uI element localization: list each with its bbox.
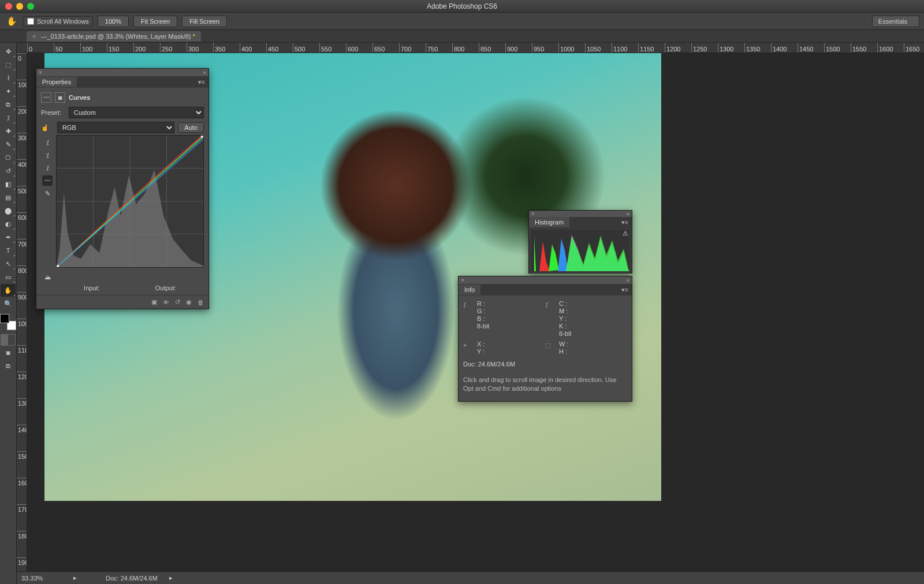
document-tab-title: ---_0133-article.psd @ 33.3% (Whites, La… bbox=[41, 33, 191, 40]
properties-panel[interactable]: ×« Properties▾≡ 〰 ◙ Curves Preset: Custo… bbox=[36, 68, 209, 309]
toolbox: ✥ ⬚ ⌇ ✦ ⧉ ⁒ ✚ ✎ ⎔ ↺ ◧ ▤ ⬤ ◐ ✒ T ↖ ▭ ✋ 🔍 … bbox=[0, 43, 17, 584]
shape-tool[interactable]: ▭ bbox=[1, 271, 16, 283]
fill-screen-button[interactable]: Fill Screen bbox=[182, 16, 227, 27]
document-tab-bar: × ---_0133-article.psd @ 33.3% (Whites, … bbox=[0, 30, 924, 43]
gradient-tool[interactable]: ▤ bbox=[1, 191, 16, 204]
eraser-tool[interactable]: ◧ bbox=[1, 178, 16, 190]
crop-tool[interactable]: ⧉ bbox=[1, 98, 16, 111]
eyedropper-icon: ⁒ bbox=[545, 300, 556, 337]
svg-rect-8 bbox=[57, 265, 59, 267]
close-panel-icon[interactable]: × bbox=[461, 277, 464, 283]
doc-size-status: Doc: 24.6M/24.6M bbox=[106, 575, 158, 582]
panel-menu-icon[interactable]: ▾≡ bbox=[621, 286, 632, 294]
foreground-background-swatch[interactable] bbox=[0, 314, 16, 330]
info-c-label: C : bbox=[559, 300, 571, 307]
dodge-tool[interactable]: ◐ bbox=[1, 218, 16, 230]
scroll-all-label: Scroll All Windows bbox=[37, 18, 89, 25]
window-controls bbox=[0, 3, 34, 10]
brush-tool[interactable]: ✎ bbox=[1, 138, 16, 151]
zoom-tool[interactable]: 🔍 bbox=[1, 297, 16, 310]
finger-icon[interactable]: ☝ bbox=[41, 124, 54, 132]
eyedropper-tool[interactable]: ⁒ bbox=[1, 111, 16, 124]
heal-tool[interactable]: ✚ bbox=[1, 125, 16, 137]
collapse-panel-icon[interactable]: « bbox=[203, 69, 206, 76]
gray-point-eyedropper[interactable]: ⁒ bbox=[42, 150, 53, 160]
minimize-window-button[interactable] bbox=[16, 3, 23, 10]
curve-point-tool[interactable]: 〰 bbox=[42, 175, 53, 186]
status-arrow-icon[interactable]: ▸ bbox=[73, 574, 77, 582]
curve-pencil-tool[interactable]: ✎ bbox=[42, 188, 53, 199]
input-label: Input: bbox=[84, 284, 100, 291]
status-arrow-icon[interactable]: ▸ bbox=[169, 574, 173, 582]
pen-tool[interactable]: ✒ bbox=[1, 231, 16, 244]
hand-icon: ✋ bbox=[5, 14, 18, 28]
document-tab[interactable]: × ---_0133-article.psd @ 33.3% (Whites, … bbox=[27, 31, 201, 42]
zoom-100-button[interactable]: 100% bbox=[98, 16, 129, 27]
lasso-tool[interactable]: ⌇ bbox=[1, 72, 16, 84]
scroll-all-windows-checkbox[interactable]: Scroll All Windows bbox=[23, 16, 93, 27]
tab-properties[interactable]: Properties bbox=[36, 77, 77, 87]
path-select-tool[interactable]: ↖ bbox=[1, 257, 16, 270]
close-panel-icon[interactable]: × bbox=[531, 211, 535, 217]
auto-button[interactable]: Auto bbox=[178, 122, 204, 133]
type-tool[interactable]: T bbox=[1, 244, 16, 257]
info-y-label: Y : bbox=[559, 315, 571, 322]
collapse-panel-icon[interactable]: « bbox=[626, 277, 629, 283]
fit-screen-button[interactable]: Fit Screen bbox=[133, 16, 177, 27]
preset-label: Preset: bbox=[41, 109, 65, 116]
white-point-eyedropper[interactable]: ⁒ bbox=[42, 163, 53, 173]
info-hint: Click and drag to scroll image in desire… bbox=[463, 376, 627, 394]
histogram-panel[interactable]: ×« Histogram▾≡ ⚠ bbox=[528, 210, 632, 274]
screen-mode-button[interactable]: ⧉ bbox=[1, 360, 16, 372]
panel-menu-icon[interactable]: ▾≡ bbox=[621, 219, 632, 226]
clip-preview-icon[interactable]: ⛰ bbox=[42, 272, 53, 282]
info-y-label: Y : bbox=[477, 348, 485, 355]
delete-adjustment-icon[interactable]: 🗑 bbox=[198, 299, 204, 306]
screen-mode-toggle[interactable] bbox=[1, 334, 16, 346]
wand-tool[interactable]: ✦ bbox=[1, 85, 16, 98]
zoom-window-button[interactable] bbox=[27, 3, 34, 10]
close-tab-icon[interactable]: × bbox=[32, 33, 36, 40]
marquee-tool[interactable]: ⬚ bbox=[1, 58, 16, 71]
crosshair-icon: + bbox=[463, 340, 474, 355]
info-b-label: B : bbox=[477, 315, 489, 322]
close-panel-icon[interactable]: × bbox=[39, 69, 42, 76]
collapse-panel-icon[interactable]: « bbox=[626, 211, 629, 217]
curves-graph[interactable] bbox=[56, 135, 204, 268]
info-g-label: G : bbox=[477, 308, 489, 315]
info-w-label: W : bbox=[559, 340, 569, 347]
clip-layer-icon[interactable]: ▣ bbox=[151, 298, 157, 306]
tab-info[interactable]: Info bbox=[459, 284, 480, 295]
quick-mask-toggle[interactable]: ◙ bbox=[1, 346, 16, 359]
channel-select[interactable]: RGB bbox=[57, 122, 174, 133]
hand-tool[interactable]: ✋ bbox=[1, 284, 16, 297]
eyedropper-icon: ⁒ bbox=[463, 300, 474, 337]
info-bit-label: 8-bit bbox=[477, 323, 489, 330]
preset-select[interactable]: Custom bbox=[69, 107, 204, 118]
workspace-select[interactable]: Essentials bbox=[872, 16, 919, 27]
dimensions-icon: ⬚ bbox=[545, 340, 556, 355]
options-bar: ✋ Scroll All Windows 100% Fit Screen Fil… bbox=[0, 13, 924, 30]
view-previous-icon[interactable]: 👁 bbox=[163, 299, 169, 306]
blur-tool[interactable]: ⬤ bbox=[1, 204, 16, 217]
toggle-visibility-icon[interactable]: ◉ bbox=[186, 298, 192, 306]
adjustment-type-label: Curves bbox=[69, 94, 90, 101]
info-m-label: M : bbox=[559, 308, 571, 315]
history-brush-tool[interactable]: ↺ bbox=[1, 164, 16, 177]
dirty-indicator: * bbox=[193, 33, 195, 40]
info-panel[interactable]: ×« Info▾≡ ⁒ R : G : B : 8-bit ⁒ C : M : … bbox=[458, 276, 632, 402]
black-point-eyedropper[interactable]: ⁒ bbox=[42, 137, 53, 148]
reset-icon[interactable]: ↺ bbox=[175, 298, 180, 306]
stamp-tool[interactable]: ⎔ bbox=[1, 151, 16, 164]
zoom-level-field[interactable]: 33.33% bbox=[21, 575, 62, 582]
cache-warning-icon[interactable]: ⚠ bbox=[623, 230, 628, 237]
curves-side-tools: ⁒ ⁒ ⁒ 〰 ✎ ⛰ bbox=[41, 135, 54, 282]
panel-menu-icon[interactable]: ▾≡ bbox=[198, 78, 208, 86]
close-window-button[interactable] bbox=[5, 3, 12, 10]
vertical-ruler: 0100200300400500600700800900100011001200… bbox=[17, 53, 27, 571]
horizontal-ruler: 0501001502002503003504004505005506006507… bbox=[17, 43, 924, 53]
mask-icon: ◙ bbox=[55, 92, 65, 103]
tab-histogram[interactable]: Histogram bbox=[529, 217, 569, 227]
move-tool[interactable]: ✥ bbox=[1, 45, 16, 58]
info-bit-label: 8-bit bbox=[559, 330, 571, 337]
